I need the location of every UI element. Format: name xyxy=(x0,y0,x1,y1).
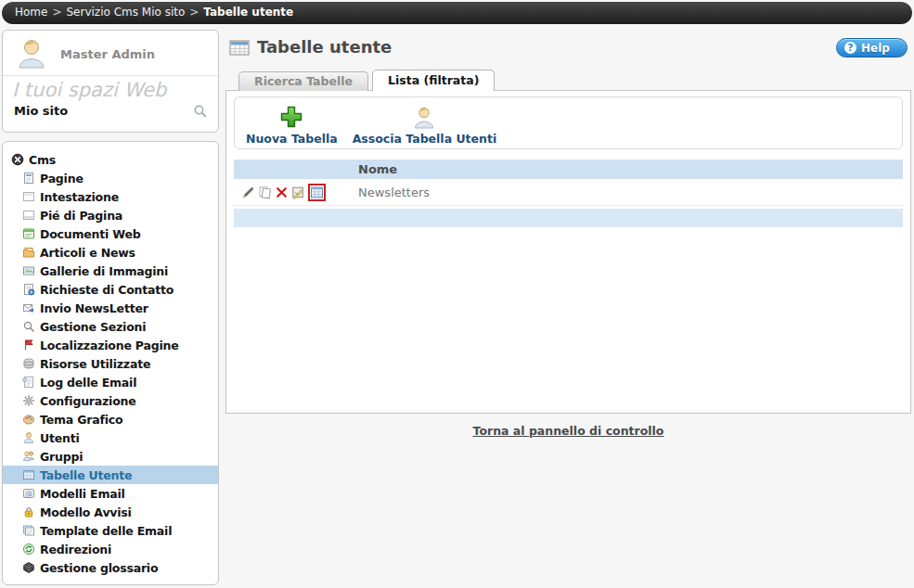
breadcrumb-segment-tabelle-utente: Tabelle utente xyxy=(203,6,293,19)
users-group-icon xyxy=(21,450,35,464)
user-tables-list: Nome Newsletters xyxy=(234,160,903,227)
sidebar-item-gruppi[interactable]: Gruppi xyxy=(3,447,218,466)
grid-icon[interactable] xyxy=(308,184,326,201)
copy-icon[interactable] xyxy=(258,185,272,199)
table-row: Newsletters xyxy=(234,179,903,206)
sidebar-item-label: Modelli Email xyxy=(40,487,125,501)
delete-x-icon[interactable] xyxy=(275,185,289,199)
page-title: Tabelle utente xyxy=(257,37,392,57)
breadcrumb-separator: > xyxy=(185,6,203,19)
user-icon xyxy=(21,431,35,445)
sections-magnifier-icon xyxy=(21,320,35,334)
sidebar-item-label: Localizzazione Pagine xyxy=(40,339,179,352)
tab-bar: Ricerca TabelleLista (filtrata) xyxy=(238,70,495,91)
sidebar-item-label: Gestione Sezioni xyxy=(40,320,146,334)
pencil-icon[interactable] xyxy=(241,185,255,199)
sidebar-item-tabelle-utente[interactable]: Tabelle Utente xyxy=(3,466,218,484)
sidebar-item-label: Cms xyxy=(29,153,56,167)
plus-icon xyxy=(279,102,303,129)
cms-icon xyxy=(10,153,24,167)
localization-flag-icon xyxy=(21,339,35,352)
sidebar-item-label: Pié di Pagina xyxy=(40,209,122,223)
edit-fields-icon[interactable] xyxy=(291,185,305,199)
content-panel: Nuova TabellaAssocia Tabella Utenti Nome… xyxy=(225,90,911,414)
breadcrumb: Home>Servizio Cms Mio sito>Tabelle utent… xyxy=(2,2,912,24)
sidebar-item-localizzazione-pagine[interactable]: Localizzazione Pagine xyxy=(3,336,218,354)
sidebar-item-modelli-email[interactable]: @Modelli Email xyxy=(3,484,218,503)
sidebar-item-label: Risorse Utilizzate xyxy=(40,357,150,371)
alert-lock-icon xyxy=(21,505,35,519)
sidebar-item-gestione-glossario[interactable]: Gestione glossario xyxy=(3,558,218,577)
nuova-tabella-button[interactable]: Nuova Tabella xyxy=(246,97,338,146)
person-icon xyxy=(412,102,436,129)
sidebar-item-documenti-web[interactable]: Documenti Web xyxy=(3,224,218,243)
send-newsletter-icon xyxy=(21,301,35,315)
table-body: Newsletters xyxy=(234,179,903,206)
magnifier-icon[interactable] xyxy=(193,104,207,118)
sidebar-item-risorse-utilizzate[interactable]: Risorse Utilizzate xyxy=(3,354,218,373)
sidebar-item-gestione-sezioni[interactable]: Gestione Sezioni xyxy=(3,317,218,336)
tab-lista-filtrata[interactable]: Lista (filtrata) xyxy=(372,70,495,91)
help-button[interactable]: ? Help xyxy=(836,38,908,58)
sidebar-item-redirezioni[interactable]: Redirezioni xyxy=(3,540,218,558)
footer-box-icon xyxy=(21,209,35,223)
sidebar-item-label: Intestazione xyxy=(40,190,119,204)
sidebar-item-label: Gallerie di Immagini xyxy=(40,264,168,278)
sidebar-item-label: Modello Avvisi xyxy=(40,505,132,519)
table-empty-row xyxy=(234,209,903,227)
sidebar-item-articoli-e-news[interactable]: Articoli e News xyxy=(3,243,218,262)
sidebar-item-modello-avvisi[interactable]: Modello Avvisi xyxy=(3,503,218,521)
news-folder-icon xyxy=(21,246,35,260)
sidebar-item-gallerie-di-immagini[interactable]: Gallerie di Immagini xyxy=(3,262,218,280)
row-actions xyxy=(234,184,358,201)
sidebar-item-pi-di-pagina[interactable]: Pié di Pagina xyxy=(3,206,218,224)
breadcrumb-separator: > xyxy=(47,6,66,19)
control-panel-link[interactable]: Torna al pannello di controllo xyxy=(473,424,664,438)
toolbar: Nuova TabellaAssocia Tabella Utenti xyxy=(234,96,903,149)
svg-text:@: @ xyxy=(25,490,32,498)
sidebar-item-invio-newsletter[interactable]: Invio NewsLetter xyxy=(3,299,218,317)
avatar-icon xyxy=(14,36,49,72)
tab-ricerca-tabelle[interactable]: Ricerca Tabelle xyxy=(238,71,368,91)
page-icon xyxy=(21,172,35,185)
table-cell-name: Newsletters xyxy=(358,185,430,199)
sidebar-item-label: Gruppi xyxy=(40,450,83,464)
page: Home>Servizio Cms Mio sito>Tabelle utent… xyxy=(0,0,914,588)
breadcrumb-segment-home[interactable]: Home xyxy=(15,6,47,19)
sidebar-item-label: Gestione glossario xyxy=(40,561,158,575)
sidebar-item-label: Log delle Email xyxy=(40,376,136,390)
username-label: Master Admin xyxy=(60,47,155,61)
breadcrumb-segment-servizio-cms-mio-sito[interactable]: Servizio Cms Mio sito xyxy=(67,6,186,19)
sidebar-item-label: Richieste di Contatto xyxy=(40,283,174,297)
sidebar-item-utenti[interactable]: Utenti xyxy=(3,428,218,447)
header-box-icon xyxy=(21,190,35,204)
sidebar-item-label: Documenti Web xyxy=(40,227,140,241)
column-header-nome[interactable]: Nome xyxy=(358,162,397,176)
sidebar-item-configurazione[interactable]: Configurazione xyxy=(3,391,218,410)
sidebar-item-label: Invio NewsLetter xyxy=(40,301,148,315)
sidebar-item-cms[interactable]: Cms xyxy=(3,150,218,169)
contact-request-icon xyxy=(21,283,35,297)
sidebar-item-template-delle-email[interactable]: Template delle Email xyxy=(3,521,218,540)
sidebar-item-label: Redirezioni xyxy=(40,543,111,556)
theme-palette-icon xyxy=(21,413,35,427)
sidebar-item-label: Configurazione xyxy=(40,394,136,408)
web-document-icon xyxy=(21,227,35,241)
gear-icon xyxy=(21,394,35,408)
sidebar-item-label: Tema Grafico xyxy=(40,413,122,427)
sidebar-item-richieste-di-contatto[interactable]: Richieste di Contatto xyxy=(3,280,218,299)
sidebar-menu: CmsPagineIntestazionePié di PaginaDocume… xyxy=(2,141,219,585)
sidebar-item-intestazione[interactable]: Intestazione xyxy=(3,187,218,206)
email-model-icon: @ xyxy=(21,487,35,501)
sidebar-item-label: Tabelle Utente xyxy=(40,468,132,482)
user-table-icon xyxy=(21,468,35,482)
table-title-icon xyxy=(229,39,250,57)
email-log-icon xyxy=(21,376,35,390)
sidebar-item-pagine[interactable]: Pagine xyxy=(3,169,218,187)
sidebar-item-log-delle-email[interactable]: Log delle Email xyxy=(3,373,218,391)
sidebar-item-label: Utenti xyxy=(40,431,80,445)
associa-tabella-utenti-button[interactable]: Associa Tabella Utenti xyxy=(353,97,497,146)
sidebar-item-label: Template delle Email xyxy=(40,524,172,538)
toolbar-button-label: Nuova Tabella xyxy=(246,132,338,146)
sidebar-item-tema-grafico[interactable]: Tema Grafico xyxy=(3,410,218,428)
